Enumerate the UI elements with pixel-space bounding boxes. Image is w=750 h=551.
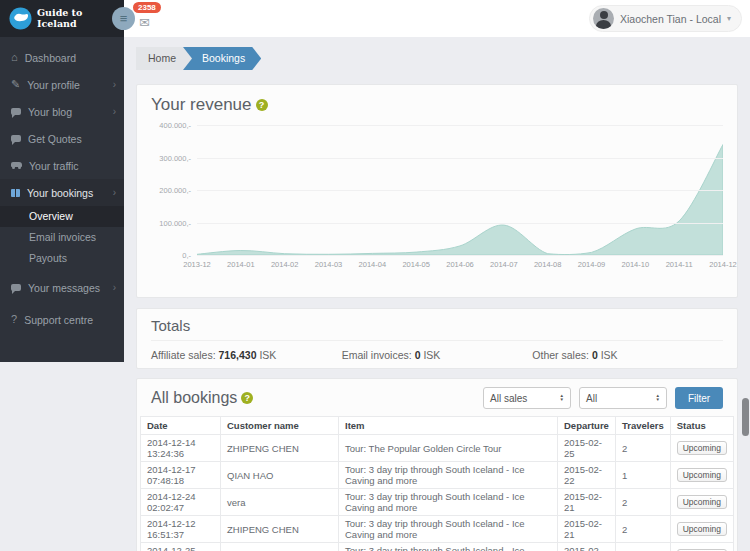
table-row: 2014-12-14 13:24:36ZHIPENG CHENTour: The… — [141, 435, 734, 462]
table-cell: Tour: 3 day trip through South Iceland -… — [339, 462, 558, 489]
comment-icon — [11, 135, 21, 142]
x-axis-tick-label: 2014-07 — [490, 260, 518, 269]
sidebar-item-get-quotes[interactable]: Get Quotes — [0, 125, 124, 152]
page-scrollbar[interactable] — [742, 398, 749, 440]
revenue-area-series — [197, 145, 723, 256]
breadcrumb-item-bookings[interactable]: Bookings — [182, 47, 261, 70]
table-cell: 2 — [615, 516, 670, 543]
sidebar-item-support-centre[interactable]: ?Support centre — [0, 306, 124, 333]
car-icon — [11, 162, 22, 167]
total-email-invoices: Email invoices: 0 ISK — [342, 349, 533, 361]
chevron-right-icon: › — [113, 187, 116, 198]
table-cell: vera — [221, 489, 339, 516]
table-row: 2014-12-17 07:48:18QIAN HAOTour: 3 day t… — [141, 462, 734, 489]
filter-button[interactable]: Filter — [675, 387, 723, 409]
caret-down-icon: ▾ — [727, 14, 731, 23]
sidebar-subitem-payouts[interactable]: Payouts — [0, 248, 124, 269]
breadcrumb-item-home[interactable]: Home — [136, 47, 192, 70]
x-axis-tick-label: 2013-12 — [183, 260, 211, 269]
question-icon: ? — [11, 314, 17, 325]
bookings-table: DateCustomer nameItemDepartureTravelersS… — [140, 416, 734, 551]
x-axis-tick-label: 2014-08 — [534, 260, 562, 269]
help-icon[interactable]: ? — [256, 99, 268, 111]
sidebar-item-your-messages[interactable]: Your messages› — [0, 274, 124, 301]
menu-toggle-button[interactable]: ≡ — [112, 7, 135, 30]
sidebar-item-label: Your traffic — [29, 160, 79, 172]
y-axis-tick-label: 100.000,- — [151, 218, 191, 227]
table-cell: Tour: 3 day trip through South Iceland -… — [339, 516, 558, 543]
column-header-date: Date — [141, 417, 221, 435]
status-cell: Upcoming — [670, 489, 733, 516]
user-menu[interactable]: Xiaochen Tian - Local ▾ — [589, 5, 742, 32]
table-row: 2014-12-12 16:51:37ZHIPENG CHENTour: 3 d… — [141, 516, 734, 543]
total-other-sales: Other sales: 0 ISK — [532, 349, 723, 361]
table-cell: 2015-02-22 — [557, 462, 615, 489]
column-header-departure: Departure — [557, 417, 615, 435]
sidebar-item-your-bookings[interactable]: Your bookings› — [0, 179, 124, 206]
y-axis-tick-label: 300.000,- — [151, 153, 191, 162]
chevron-right-icon: › — [113, 79, 116, 90]
y-axis-tick-label: 0,- — [151, 251, 191, 260]
column-header-customer-name: Customer name — [221, 417, 339, 435]
gridline — [197, 125, 723, 126]
x-axis-tick-label: 2014-10 — [622, 260, 650, 269]
x-axis-tick-label: 2014-05 — [402, 260, 430, 269]
user-name: Xiaochen Tian - Local — [620, 13, 721, 25]
status-cell: Upcoming — [670, 435, 733, 462]
sidebar-subitem-email-invoices[interactable]: Email invoices — [0, 227, 124, 248]
totals-card: Totals Affiliate sales: 716,430 ISKEmail… — [136, 308, 738, 369]
x-axis-tick-label: 2014-01 — [227, 260, 255, 269]
table-cell: 1 — [615, 462, 670, 489]
book-icon — [11, 189, 20, 197]
help-icon[interactable]: ? — [241, 392, 253, 404]
status-badge[interactable]: Upcoming — [677, 495, 727, 509]
top-header: Guide to Iceland ≡ 2358 ✉ Xiaochen Tian … — [0, 0, 750, 37]
status-cell: Upcoming — [670, 462, 733, 489]
sidebar-item-your-profile[interactable]: ✎Your profile› — [0, 71, 124, 98]
sidebar-item-your-traffic[interactable]: Your traffic — [0, 152, 124, 179]
table-cell: 2014-12-25 10:38:09 — [141, 543, 221, 551]
bookings-filters: All sales ▲▼ All ▲▼ Filter — [483, 387, 723, 409]
sidebar-item-label: Your bookings — [27, 187, 93, 199]
brand-logo[interactable]: Guide to Iceland — [0, 0, 124, 37]
bookings-title: All bookings? — [151, 389, 253, 407]
messages-badge: 2358 — [133, 2, 161, 13]
sidebar: ⌂Dashboard✎Your profile›Your blog›Get Qu… — [0, 37, 124, 362]
bookings-card: All bookings? All sales ▲▼ All ▲▼ Filter… — [136, 378, 738, 551]
sidebar-item-your-blog[interactable]: Your blog› — [0, 98, 124, 125]
x-axis-tick-label: 2014-06 — [446, 260, 474, 269]
comment-icon — [11, 108, 21, 115]
sidebar-item-label: Get Quotes — [28, 133, 82, 145]
breadcrumb: HomeBookings — [136, 47, 261, 70]
totals-row: Affiliate sales: 716,430 ISKEmail invoic… — [151, 349, 723, 361]
y-axis-tick-label: 200.000,- — [151, 186, 191, 195]
select-stepper-icon: ▲▼ — [656, 394, 660, 403]
scrollbar-thumb[interactable] — [742, 398, 749, 436]
sidebar-subitem-overview[interactable]: Overview — [0, 206, 124, 227]
x-axis-tick-label: 2014-09 — [578, 260, 606, 269]
status-badge[interactable]: Upcoming — [677, 468, 727, 482]
totals-title: Totals — [151, 317, 723, 341]
sidebar-item-label: Support centre — [24, 314, 93, 326]
sidebar-item-dashboard[interactable]: ⌂Dashboard — [0, 44, 124, 71]
iceland-logo-icon — [9, 7, 32, 30]
status-badge[interactable]: Upcoming — [677, 522, 727, 536]
x-axis-tick-label: 2014-11 — [666, 260, 693, 269]
sidebar-item-label: Your messages — [28, 282, 100, 294]
hamburger-icon: ≡ — [120, 11, 128, 26]
select-stepper-icon: ▲▼ — [560, 394, 564, 403]
sales-type-select[interactable]: All sales ▲▼ — [483, 387, 571, 409]
status-badge[interactable]: Upcoming — [677, 441, 727, 455]
table-cell: ZHIPENG CHEN — [221, 516, 339, 543]
status-cell: Upcoming — [670, 543, 733, 551]
table-cell: Tour: The Popular Golden Circle Tour — [339, 435, 558, 462]
table-row: 2014-12-25 10:38:09Xu JiayiTour: 3 day t… — [141, 543, 734, 551]
table-cell: ZHIPENG CHEN — [221, 435, 339, 462]
revenue-card: Your revenue? 0,-100.000,-200.000,-300.0… — [136, 84, 738, 298]
table-cell: Tour: 3 day trip through South Iceland -… — [339, 543, 558, 551]
messages-indicator[interactable]: 2358 ✉ — [139, 13, 150, 31]
sidebar-item-label: Your profile — [27, 79, 80, 91]
table-cell: 2014-12-24 02:02:47 — [141, 489, 221, 516]
status-select[interactable]: All ▲▼ — [579, 387, 667, 409]
gridline — [197, 158, 723, 159]
